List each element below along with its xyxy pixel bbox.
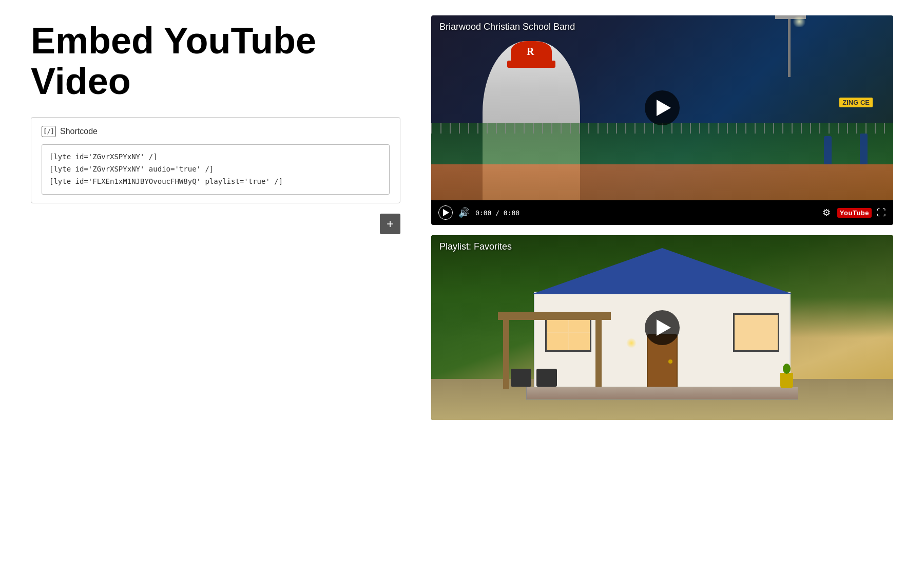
hat-brim [507, 61, 555, 68]
add-button-row: + [31, 214, 400, 234]
flower-pot [780, 373, 793, 388]
add-shortcode-button[interactable]: + [380, 214, 400, 234]
shortcode-block: [/] Shortcode [lyte id='ZGvrXSPYxNY' /] … [31, 117, 400, 203]
ctrl-play-1[interactable] [438, 205, 453, 220]
light-pole [788, 15, 791, 77]
video-controls-1: 🔊 0:00 / 0:00 ⚙ YouTube ⛶ [431, 200, 893, 225]
shortcode-icon: [/] [42, 126, 56, 137]
shortcode-content[interactable]: [lyte id='ZGvrXSPYxNY' /] [lyte id='ZGvr… [42, 144, 390, 194]
video-thumbnail-1[interactable]: R ZING CE Briarwood Christian School Ban… [431, 15, 893, 200]
bg-player-1 [860, 134, 868, 164]
porch-post-r [595, 317, 602, 389]
sign-zing: ZING CE [839, 98, 873, 107]
light-glow [792, 16, 807, 27]
ctrl-youtube-logo-1[interactable]: YouTube [837, 208, 872, 218]
porch-post-l [503, 317, 509, 389]
house-window-r [733, 313, 779, 352]
track [431, 164, 893, 200]
plus-icon: + [387, 217, 394, 231]
door-light [626, 338, 637, 348]
ctrl-volume-1[interactable]: 🔊 [458, 206, 470, 219]
left-panel: Embed YouTube Video [/] Shortcode [lyte … [31, 15, 400, 420]
hat-letter: R [527, 46, 534, 58]
bg-player-2 [824, 136, 832, 164]
video-title-1: Briarwood Christian School Band [439, 22, 575, 32]
ctrl-fullscreen-1[interactable]: ⛶ [877, 207, 886, 218]
chair-2 [536, 369, 557, 387]
stone-base [526, 387, 798, 400]
video-block-1: R ZING CE Briarwood Christian School Ban… [431, 15, 893, 225]
shortcode-line-2: [lyte id='ZGvrXSPYxNY' audio='true' /] [49, 163, 382, 176]
porch-roof [498, 312, 611, 320]
ctrl-time-1: 0:00 / 0:00 [475, 209, 519, 217]
video-thumbnail-2[interactable]: Playlist: Favorites [431, 235, 893, 420]
play-button-1[interactable] [645, 90, 680, 125]
shortcode-line-1: [lyte id='ZGvrXSPYxNY' /] [49, 151, 382, 163]
play-button-2[interactable] [645, 310, 680, 345]
chair-1 [511, 369, 531, 387]
page-title: Embed YouTube Video [31, 21, 400, 102]
right-panel: R ZING CE Briarwood Christian School Ban… [431, 15, 893, 420]
ctrl-settings-1[interactable]: ⚙ [821, 207, 832, 218]
shortcode-label: Shortcode [60, 127, 98, 136]
shortcode-header: [/] Shortcode [42, 126, 390, 137]
shortcode-line-3: [lyte id='FLXEn1xM1NJBYOvoucFHW8yQ' play… [49, 176, 382, 188]
video-block-2: Playlist: Favorites [431, 235, 893, 420]
video-title-2: Playlist: Favorites [439, 241, 512, 252]
